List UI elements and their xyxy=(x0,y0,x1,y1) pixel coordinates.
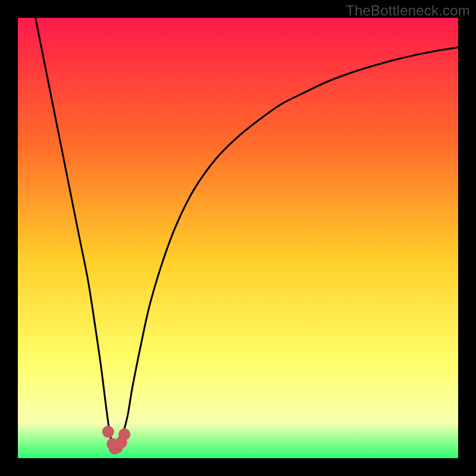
gradient-background xyxy=(18,18,458,458)
optimum-marker xyxy=(118,428,130,440)
chart-frame: TheBottleneck.com xyxy=(0,0,476,476)
optimum-marker xyxy=(102,426,114,438)
plot-area xyxy=(18,18,458,458)
watermark-text: TheBottleneck.com xyxy=(346,2,470,19)
bottleneck-chart xyxy=(18,18,458,458)
